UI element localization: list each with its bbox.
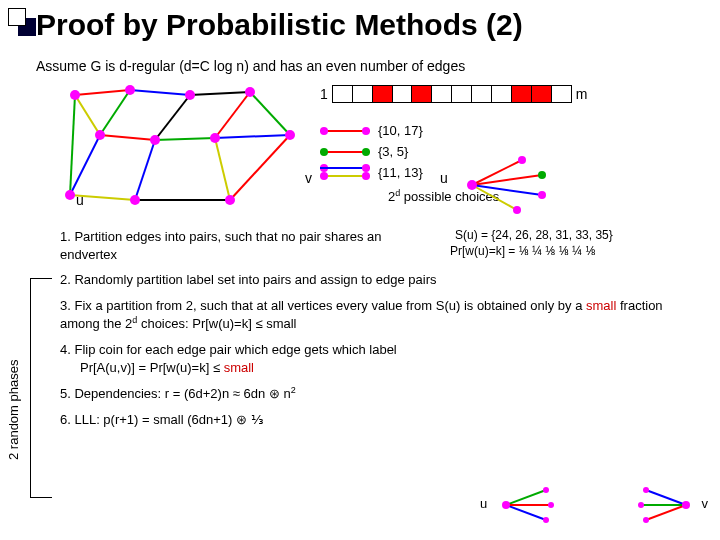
step-6: 6. LLL: p(r+1) = small (6dn+1) ⊛ ⅓ — [60, 411, 700, 429]
svg-line-8 — [215, 92, 250, 138]
u-star-graph — [462, 150, 602, 220]
svg-point-22 — [95, 130, 105, 140]
left-graph — [60, 80, 310, 220]
svg-line-2 — [190, 92, 250, 95]
step-1: 1. Partition edges into pairs, such that… — [60, 228, 430, 263]
svg-point-35 — [538, 171, 546, 179]
step-3: 3. Fix a partition from 2, such that at … — [60, 297, 700, 333]
svg-line-5 — [100, 135, 155, 140]
svg-point-45 — [682, 501, 690, 509]
set-a: {10, 17} — [378, 123, 423, 138]
svg-line-6 — [155, 95, 190, 140]
svg-point-21 — [245, 87, 255, 97]
step-5: 5. Dependencies: r = (6d+2)n ≈ 6dn ⊛ n2 — [60, 384, 700, 403]
svg-point-28 — [225, 195, 235, 205]
svg-line-17 — [250, 92, 290, 135]
phase-bracket — [30, 278, 31, 498]
svg-line-11 — [70, 135, 100, 195]
bar-end: m — [576, 86, 588, 102]
svg-point-23 — [150, 135, 160, 145]
bottom-u: u — [480, 496, 487, 511]
label-bar — [332, 85, 572, 103]
svg-line-42 — [646, 505, 686, 520]
bottom-v: v — [702, 496, 709, 511]
svg-point-44 — [502, 501, 510, 509]
svg-point-33 — [467, 180, 477, 190]
slide-title: Proof by Probabilistic Methods (2) — [36, 8, 523, 42]
svg-line-10 — [70, 95, 75, 195]
svg-point-24 — [210, 133, 220, 143]
svg-line-1 — [130, 90, 190, 95]
svg-point-25 — [285, 130, 295, 140]
svg-point-48 — [548, 502, 554, 508]
svg-line-16 — [230, 135, 290, 200]
svg-point-47 — [543, 517, 549, 523]
subtitle: Assume G is d-regular (d=C log n) and ha… — [36, 58, 465, 74]
svg-point-46 — [543, 487, 549, 493]
set-b: {3, 5} — [378, 144, 408, 159]
svg-point-36 — [538, 191, 546, 199]
svg-line-0 — [75, 90, 130, 95]
bar-start: 1 — [320, 86, 328, 102]
steps-list: 1. Partition edges into pairs, such that… — [60, 228, 700, 437]
svg-line-15 — [215, 138, 230, 200]
svg-line-9 — [215, 135, 290, 138]
step-2: 2. Randomly partition label set into pai… — [60, 271, 700, 289]
svg-point-49 — [643, 487, 649, 493]
u-label: u — [440, 170, 448, 186]
svg-point-18 — [70, 90, 80, 100]
svg-line-3 — [75, 95, 100, 135]
side-label: 2 random phases — [6, 360, 21, 460]
svg-point-19 — [125, 85, 135, 95]
svg-line-39 — [506, 505, 546, 520]
step-4: 4. Flip coin for each edge pair which ed… — [60, 341, 700, 376]
svg-line-13 — [135, 140, 155, 200]
svg-point-51 — [638, 502, 644, 508]
svg-point-26 — [65, 190, 75, 200]
svg-point-34 — [518, 156, 526, 164]
set-c: {11, 13} — [378, 165, 423, 180]
svg-line-38 — [506, 490, 546, 505]
svg-point-27 — [130, 195, 140, 205]
u-left-label: u — [76, 192, 84, 208]
svg-point-20 — [185, 90, 195, 100]
svg-line-41 — [646, 490, 686, 505]
svg-line-7 — [155, 138, 215, 140]
v-label: v — [305, 170, 312, 186]
svg-line-4 — [100, 90, 130, 135]
svg-point-50 — [643, 517, 649, 523]
bottom-graph — [496, 480, 696, 530]
svg-point-37 — [513, 206, 521, 214]
